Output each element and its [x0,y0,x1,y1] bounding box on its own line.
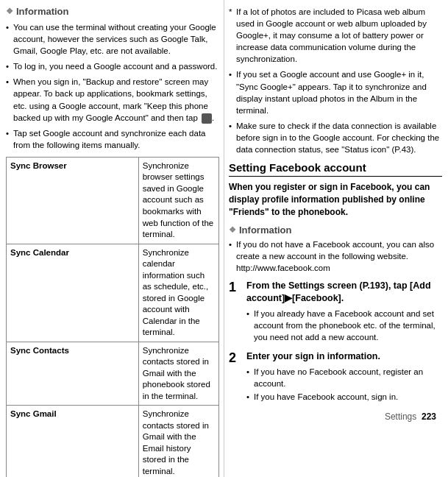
table-row: Sync ContactsSynchronize contacts stored… [7,342,219,406]
right-info-bullets: • If you do not have a Facebook account,… [229,239,442,274]
step-1: 1From the Settings screen (P.193), tap [… [229,280,442,344]
table-row: Sync BrowserSynchronize browser settings… [7,157,219,244]
right-bullet-3: • Make sure to check if the data connect… [229,120,442,155]
sync-table: Sync BrowserSynchronize browser settings… [6,157,219,477]
sync-label: Sync Calendar [7,244,139,342]
sync-desc: Synchronize contacts stored in Gmail wit… [138,342,218,406]
list-item: If you have no Facebook account, registe… [246,366,442,389]
left-bullet-3: When you sign in, "Backup and restore" s… [6,76,219,123]
right-bullet-2: • If you set a Google account and use Go… [229,68,442,116]
right-info-bullet-1: • If you do not have a Facebook account,… [229,239,442,274]
step-2: 2Enter your sign in information.If you h… [229,350,442,404]
sync-label: Sync Browser [7,157,139,244]
table-row: Sync CalendarSynchronize calendar inform… [7,244,219,342]
step-title: From the Settings screen (P.193), tap [A… [246,280,442,305]
sync-desc: Synchronize calendar information such as… [138,244,218,342]
sync-label: Sync Contacts [7,342,139,406]
facebook-section: Setting Facebook account When you regist… [229,161,442,404]
step-title: Enter your sign in information. [246,350,442,364]
left-bullet-1: You can use the terminal without creatin… [6,21,219,57]
footer-page: 223 [422,411,436,422]
step-number: 2 [229,350,242,404]
list-item: If you already have a Facebook account a… [246,308,442,343]
table-row: Sync GmailSynchronize contacts stored in… [7,406,219,477]
right-column: * If a lot of photos are included to Pic… [224,0,448,477]
sync-desc: Synchronize browser settings saved in Go… [138,157,218,244]
facebook-title: Setting Facebook account [229,161,442,177]
left-bullet-4: Tap set Google account and synchronize e… [6,127,219,151]
sync-desc: Synchronize contacts stored in Gmail wit… [138,406,218,477]
footer-label: Settings [385,411,416,422]
right-top-bullets: * If a lot of photos are included to Pic… [229,6,442,155]
footer: Settings 223 [229,410,442,425]
left-info-title: ❖ Information [6,6,219,17]
left-bullet-list: You can use the terminal without creatin… [6,21,219,151]
sync-icon [202,113,212,124]
right-info-title: ❖ Information [229,225,442,236]
right-bullet-1: * If a lot of photos are included to Pic… [229,6,442,65]
list-item: If you have Facebook account, sign in. [246,391,442,403]
step-number: 1 [229,280,242,344]
left-bullet-2: To log in, you need a Google account and… [6,60,219,72]
facebook-intro: When you register or sign in Facebook, y… [229,181,442,218]
left-column: ❖ Information You can use the terminal w… [0,0,224,477]
sync-label: Sync Gmail [7,406,139,477]
